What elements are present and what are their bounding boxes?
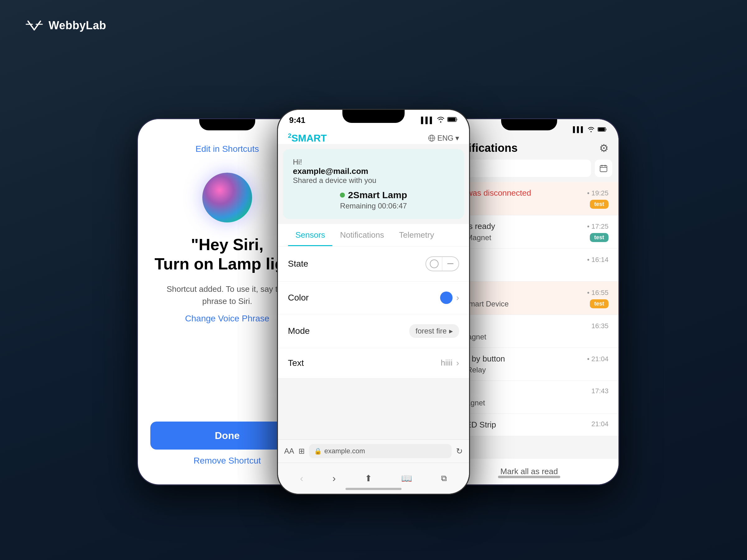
refresh-icon[interactable]: ↻ [456,447,463,456]
notif-badge-2: test [590,233,609,242]
sensor-label-mode: Mode [288,326,310,336]
search-area [446,160,612,177]
notif-time-6: • 21:04 [587,355,609,363]
tab-telemetry[interactable]: Telemetry [391,224,442,246]
nav-tabs-icon[interactable]: ⧉ [441,474,447,483]
notif-device-4: al Smart Device [456,300,587,308]
text-value: hiiii [441,358,453,368]
right-phone-notch [501,119,557,130]
remove-shortcut-link[interactable]: Remove Shortcut [194,456,261,466]
toggle-dash-option[interactable] [442,257,459,271]
notif-badge-1: test [590,200,609,209]
url-text: example.com [324,447,365,455]
smart-tabs: Sensors Notifications Telemetry [278,224,469,246]
browser-toolbar: AA ⊞ 🔒 example.com ↻ [278,439,469,463]
state-toggle-control[interactable] [426,256,459,271]
toggle-circle-inner [430,260,439,268]
status-icons: ▌▌▌ [421,116,458,124]
device-name: 2Smart Lamp [348,190,407,201]
svg-rect-2 [457,118,458,121]
notif-time-2: • 17:25 [587,222,609,231]
nav-back-icon[interactable]: ‹ [300,473,304,484]
nav-share-icon[interactable]: ⬆ [365,473,372,483]
notif-time-3: • 16:14 [587,256,609,264]
smart-app-header: 2SMART ENG ▾ [278,127,469,144]
color-dot [440,292,453,304]
sensor-label-text: Text [288,358,304,368]
phone-middle: 9:41 ▌▌▌ [277,109,470,495]
device-status-dot [340,193,345,197]
nav-bookmarks-icon[interactable]: 📖 [401,473,412,483]
mode-badge[interactable]: forest fire ▸ [409,324,459,338]
text-control[interactable]: hiiii › [441,358,459,368]
toggle-dash-inner [447,263,454,264]
status-time: 9:41 [289,115,305,125]
toggle-off-option[interactable] [426,257,442,271]
lock-icon: 🔒 [314,447,322,455]
change-phrase-link[interactable]: Change Voice Phrase [185,314,269,324]
color-control[interactable]: › [440,292,459,304]
sensor-row-text[interactable]: Text hiiii › [278,348,469,378]
sensor-row-state: State [278,246,469,282]
svg-rect-7 [598,128,605,131]
text-arrow-icon: › [456,358,459,368]
svg-rect-1 [448,118,456,121]
middle-home-bar [345,488,402,490]
fade-overlay [278,378,469,403]
wifi-icon [437,116,445,124]
browser-url-bar[interactable]: 🔒 example.com [309,444,452,458]
webbylab-logo-icon [25,19,44,32]
right-home-bar [498,476,560,478]
device-timer: Remaining 00:06:47 [293,202,454,210]
language-selector[interactable]: ENG ▾ [428,134,459,142]
notif-badge-4: test [590,299,609,308]
logo-area: WebbyLab [25,19,106,32]
tab-sensors[interactable]: Sensors [288,224,332,246]
sensor-list: State Color [278,246,469,378]
sensor-label-state: State [288,259,308,269]
svg-rect-8 [606,129,607,130]
sensor-row-color[interactable]: Color › [278,282,469,314]
mode-control[interactable]: forest fire ▸ [409,324,459,338]
sensor-row-mode[interactable]: Mode forest fire ▸ [278,314,469,348]
mode-expand-icon: ▸ [449,327,453,336]
smart-screen: 9:41 ▌▌▌ [278,110,469,494]
settings-icon[interactable]: ⚙ [599,142,609,154]
share-card: Hi! example@mail.com Shared a device wit… [283,149,464,219]
sensor-label-color: Color [288,293,309,303]
middle-phone-notch [342,110,405,123]
reader-icon[interactable]: AA [284,447,294,455]
notif-device-2: ge Magnet [456,233,587,242]
notif-device-1: ile [456,200,587,209]
device-name-row: 2Smart Lamp [293,190,454,201]
calendar-button[interactable] [595,160,612,177]
format-icon[interactable]: ⊞ [299,447,305,455]
right-status-icons: ▌▌▌ [573,126,607,133]
notif-time-5: 16:35 [591,322,609,330]
signal-icon: ▌▌▌ [421,117,434,124]
svg-rect-9 [600,165,607,172]
battery-icon [447,117,458,124]
notif-time-7: 17:43 [591,387,609,397]
nav-forward-icon[interactable]: › [332,473,336,484]
logo-text: WebbyLab [49,19,106,32]
notif-time-8: 21:04 [591,420,609,430]
tab-notifications[interactable]: Notifications [332,224,391,246]
phones-container: Edit in Shortcuts "Hey Siri, Turn on Lam… [0,44,747,560]
left-phone-notch [199,119,255,130]
notif-time-1: • 19:25 [587,189,609,197]
right-signal-icon: ▌▌▌ [573,126,585,133]
smart-logo: 2SMART [288,132,327,144]
notif-time-4: • 16:55 [587,289,609,297]
state-toggle[interactable] [426,256,459,271]
color-arrow-icon: › [456,293,459,303]
siri-orb [202,173,252,222]
